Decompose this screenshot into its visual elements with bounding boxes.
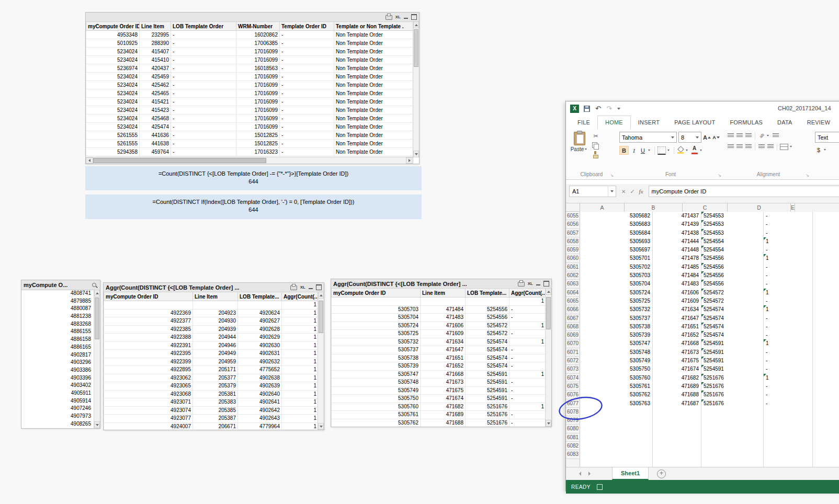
cell[interactable]: 1	[282, 422, 319, 430]
cell[interactable]: 5254574	[701, 305, 764, 314]
scroll-down-icon[interactable]	[94, 421, 100, 428]
number-format-select[interactable]: Text	[815, 132, 839, 143]
scroll-up-icon[interactable]	[94, 290, 100, 296]
cell[interactable]: -	[171, 31, 236, 39]
cell[interactable]: 1	[764, 305, 813, 314]
scroll-up-icon[interactable]	[413, 21, 419, 28]
row-header[interactable]: 6067	[566, 314, 580, 323]
scroll-down-icon[interactable]	[413, 151, 419, 157]
cell[interactable]: Non Template Order	[334, 39, 414, 48]
cell[interactable]: -	[171, 48, 236, 56]
table-row[interactable]: 5305760 471682 5251676 1	[332, 403, 546, 411]
cell[interactable]: 5261555	[86, 140, 140, 148]
cell[interactable]: -	[171, 114, 236, 123]
cell[interactable]: 5010925	[86, 39, 140, 48]
cell[interactable]: 4920624	[238, 309, 282, 317]
cell[interactable]	[813, 263, 839, 272]
table-row[interactable]: 4923077 205387 4902643 1	[104, 415, 319, 423]
orientation-icon[interactable]	[758, 132, 765, 140]
cell[interactable]: -	[280, 98, 334, 106]
currency-dropdown-icon[interactable]	[824, 149, 826, 151]
ribbon-tab[interactable]: DATA	[770, 116, 800, 129]
cell[interactable]: 1	[764, 289, 813, 297]
cell[interactable]	[813, 280, 839, 289]
cell[interactable]: 5305762	[332, 419, 421, 427]
cell[interactable]: 5305760	[580, 374, 653, 383]
redo-icon[interactable]	[606, 105, 612, 113]
cell[interactable]: 5254556	[701, 263, 764, 272]
cell[interactable]: 5305747	[332, 370, 421, 379]
cell[interactable]: 5251676	[466, 403, 509, 411]
cell[interactable]: -	[280, 148, 334, 156]
vertical-scrollbar[interactable]	[94, 290, 100, 428]
cell[interactable]: 4953348	[86, 31, 140, 39]
cell[interactable]: 5254574	[466, 362, 509, 371]
cell[interactable]: 17016099	[236, 106, 280, 114]
cell[interactable]: 1	[282, 415, 319, 423]
listbox-value[interactable]: 4886155	[21, 328, 94, 336]
decrease-font-icon[interactable]	[712, 133, 720, 141]
cell[interactable]	[813, 399, 839, 408]
listbox-value[interactable]: 4903386	[21, 366, 94, 374]
cell[interactable]: 5305748	[580, 348, 653, 357]
table-row[interactable]: 4923062 205377 4902638 1	[104, 374, 319, 382]
cell[interactable]: 4922895	[104, 366, 193, 374]
cell[interactable]: 17016099	[236, 123, 280, 131]
table-row[interactable]: 4922395 204949 4902631 1	[104, 350, 319, 358]
cell[interactable]: -	[509, 411, 546, 419]
table-row[interactable]: 5234024 425465 - 17016099 - Non Template…	[86, 89, 414, 98]
cell[interactable]: 471668	[421, 370, 466, 379]
cell[interactable]: -	[764, 271, 813, 280]
cell[interactable]	[813, 220, 839, 229]
column-header[interactable]: A	[580, 203, 625, 212]
cell[interactable]: 471688	[421, 419, 466, 427]
cell[interactable]: 5294358	[86, 148, 140, 156]
cell[interactable]: 471651	[653, 323, 701, 331]
cell[interactable]	[653, 416, 701, 425]
column-header[interactable]: myCompute Order ID	[332, 289, 421, 297]
cell[interactable]: 4902627	[238, 317, 282, 326]
cell[interactable]: 5254591	[466, 395, 509, 403]
cell[interactable]	[813, 339, 839, 348]
table-row[interactable]: 5234024 415410 - 17016099 - Non Template…	[86, 56, 414, 64]
cell[interactable]: 17016099	[236, 73, 280, 81]
align-right-icon[interactable]	[745, 144, 752, 149]
cell[interactable]: 471448	[653, 246, 701, 255]
cell[interactable]: -	[171, 81, 236, 89]
cell[interactable]: 5305749	[332, 386, 421, 395]
cell[interactable]: 5254556	[701, 254, 764, 263]
borders-icon[interactable]	[657, 146, 666, 155]
cell[interactable]: 205377	[193, 374, 238, 382]
align-top-icon[interactable]	[728, 133, 734, 138]
row-header[interactable]: 6059	[566, 246, 580, 254]
cell[interactable]: 4902630	[238, 341, 282, 350]
cell[interactable]	[813, 374, 839, 383]
cell[interactable]: 1	[509, 403, 546, 411]
cell[interactable]	[580, 425, 653, 433]
cell[interactable]: 17016099	[236, 48, 280, 56]
cell[interactable]: 4902629	[238, 334, 282, 342]
column-header[interactable]: LOB Template Order	[171, 22, 236, 31]
currency-button[interactable]: $	[815, 146, 822, 154]
cell[interactable]: -	[280, 106, 334, 114]
borders-dropdown-icon[interactable]	[667, 150, 670, 151]
cell[interactable]: 5305750	[580, 365, 653, 374]
listbox-value[interactable]: 4903396	[21, 374, 94, 382]
macro-record-icon[interactable]	[597, 484, 603, 490]
cell[interactable]: 4902632	[238, 358, 282, 366]
cell[interactable]: 5305703	[580, 271, 653, 280]
formula-input[interactable]: myCompute Order ID	[649, 186, 839, 197]
cell[interactable]: 471674	[421, 395, 466, 403]
cell[interactable]: -	[280, 39, 334, 48]
listbox-value[interactable]: 4880087	[21, 305, 94, 313]
cell[interactable]: 5254556	[701, 280, 764, 289]
cell[interactable]: 1	[282, 334, 319, 342]
cell[interactable]: 204949	[193, 350, 238, 358]
table-row[interactable]: 4922369 204923 4920624 1	[104, 309, 319, 317]
cell[interactable]: -	[764, 314, 813, 323]
listbox-value[interactable]: 4907246	[21, 405, 94, 413]
cell[interactable]: 4922395	[104, 350, 193, 358]
cell[interactable]: 5305732	[580, 305, 653, 314]
cell[interactable]: 204959	[193, 358, 238, 366]
copy-icon[interactable]	[592, 142, 599, 149]
